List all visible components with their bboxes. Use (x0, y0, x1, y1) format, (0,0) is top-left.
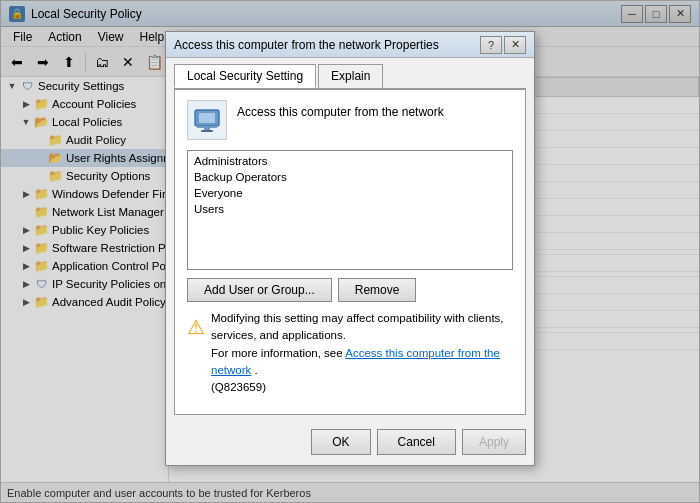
user-group-listbox[interactable]: Administrators Backup Operators Everyone… (187, 150, 513, 270)
dialog-title: Access this computer from the network Pr… (174, 38, 480, 52)
list-item-backup-operators[interactable]: Backup Operators (190, 169, 510, 185)
list-item-users[interactable]: Users (190, 201, 510, 217)
dialog-header-row: Access this computer from the network (187, 100, 513, 140)
add-remove-buttons: Add User or Group... Remove (187, 278, 513, 302)
dialog-help-button[interactable]: ? (480, 36, 502, 54)
dialog-title-bar: Access this computer from the network Pr… (166, 32, 534, 58)
dialog-content: Access this computer from the network Ad… (174, 89, 526, 415)
apply-button[interactable]: Apply (462, 429, 526, 455)
ok-button[interactable]: OK (311, 429, 370, 455)
warning-text: Modifying this setting may affect compat… (211, 310, 513, 396)
network-policy-svg (193, 106, 221, 134)
tab-explain[interactable]: Explain (318, 64, 383, 88)
dialog-close-button[interactable]: ✕ (504, 36, 526, 54)
warning-box: ⚠ Modifying this setting may affect comp… (187, 310, 513, 396)
ok-cancel-row: OK Cancel Apply (166, 423, 534, 465)
remove-button[interactable]: Remove (338, 278, 417, 302)
svg-rect-1 (199, 113, 215, 123)
svg-rect-3 (204, 126, 210, 130)
tab-local-security-setting[interactable]: Local Security Setting (174, 64, 316, 88)
dialog-overlay: Access this computer from the network Pr… (1, 1, 699, 502)
warning-icon: ⚠ (187, 312, 205, 342)
policy-icon (187, 100, 227, 140)
dialog-tabs: Local Security Setting Explain (166, 58, 534, 88)
dialog-window: Access this computer from the network Pr… (165, 31, 535, 466)
list-item-administrators[interactable]: Administrators (190, 153, 510, 169)
svg-rect-4 (201, 130, 213, 132)
cancel-button[interactable]: Cancel (377, 429, 456, 455)
dialog-title-buttons: ? ✕ (480, 36, 526, 54)
main-window: 🔒 Local Security Policy ─ □ ✕ File Actio… (0, 0, 700, 503)
add-user-group-button[interactable]: Add User or Group... (187, 278, 332, 302)
list-item-everyone[interactable]: Everyone (190, 185, 510, 201)
dialog-policy-title-text: Access this computer from the network (237, 100, 444, 121)
